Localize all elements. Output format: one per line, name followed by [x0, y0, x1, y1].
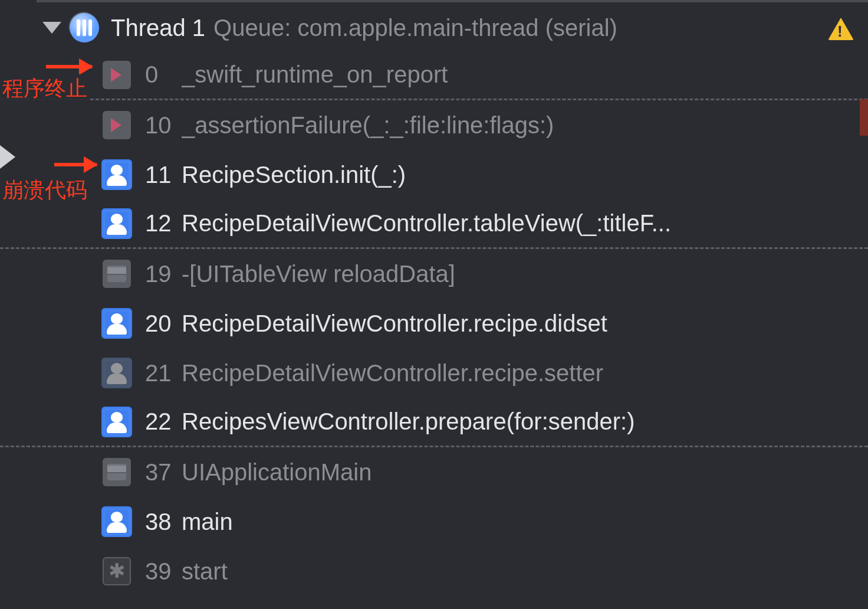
disclosure-triangle-icon[interactable] [42, 22, 61, 34]
frame-label: _assertionFailure(_:_:file:line:flags:) [182, 112, 554, 139]
frame-number: 39 [145, 558, 173, 585]
frame-number: 19 [145, 261, 173, 287]
user-code-icon [101, 506, 132, 537]
frame-label: RecipeDetailViewController.recipe.setter [182, 360, 603, 387]
runtime-icon [103, 111, 131, 139]
frame-label: -[UITableView reloadData] [182, 261, 455, 287]
user-code-icon [101, 159, 132, 190]
separator [37, 0, 868, 2]
frame-number: 20 [145, 310, 173, 337]
framework-icon [103, 458, 131, 486]
arrow-icon [46, 65, 92, 68]
frame-number: 12 [145, 210, 173, 237]
selection-caret-icon [0, 145, 15, 169]
runtime-icon [103, 61, 131, 89]
thread-title: Thread 1 [111, 15, 205, 41]
warning-icon [828, 18, 854, 40]
user-code-icon [101, 308, 132, 339]
annotation-crash-code: 崩溃代码 [0, 176, 90, 205]
frame-label: start [182, 558, 228, 585]
frame-label: _swift_runtime_on_report [182, 61, 448, 88]
thread-queue-label: Queue: com.apple.main-thread (serial) [213, 15, 617, 41]
thread-header[interactable]: Thread 1 Queue: com.apple.main-thread (s… [0, 5, 868, 51]
frame-label: main [182, 509, 233, 535]
frame-label: RecipeDetailViewController.tableView(_:t… [182, 210, 671, 237]
arrow-icon [54, 163, 97, 166]
stack-frame-list: 0 _swift_runtime_on_report 10 _assertion… [0, 51, 868, 596]
stack-frame[interactable]: 38 main [0, 497, 868, 546]
frame-number: 10 [145, 112, 173, 139]
framework-icon [103, 260, 131, 288]
stack-frame[interactable]: 37 UIApplicationMain [0, 447, 868, 497]
debug-navigator: Thread 1 Queue: com.apple.main-thread (s… [0, 0, 868, 609]
user-code-icon [101, 358, 132, 388]
frame-number: 38 [145, 509, 173, 535]
frame-label: UIApplicationMain [182, 459, 371, 486]
thread-icon [70, 13, 99, 42]
stack-frame[interactable]: 22 RecipesViewController.prepare(for:sen… [0, 398, 868, 447]
stack-frame[interactable]: 12 RecipeDetailViewController.tableView(… [0, 199, 868, 249]
stack-frame[interactable]: 0 _swift_runtime_on_report [0, 51, 868, 100]
frame-number: 0 [145, 61, 173, 88]
frame-number: 21 [145, 360, 173, 387]
frame-number: 22 [145, 408, 173, 435]
user-code-icon [101, 407, 132, 437]
annotation-program-terminated: 程序终止 [0, 74, 90, 103]
frame-label: RecipeSection.init(_:) [182, 162, 406, 188]
frame-number: 37 [145, 459, 173, 486]
stack-frame[interactable]: 20 RecipeDetailViewController.recipe.did… [0, 299, 868, 348]
user-code-icon [101, 208, 132, 239]
stack-frame[interactable]: 39 start [0, 546, 868, 596]
gear-icon [103, 557, 131, 585]
stack-frame[interactable]: 19 -[UITableView reloadData] [0, 249, 868, 299]
stack-frame[interactable]: 10 _assertionFailure(_:_:file:line:flags… [0, 100, 868, 150]
frame-number: 11 [145, 162, 173, 188]
stack-frame[interactable]: 21 RecipeDetailViewController.recipe.set… [0, 348, 868, 398]
frame-label: RecipesViewController.prepare(for:sender… [182, 408, 635, 435]
frame-label: RecipeDetailViewController.recipe.didset [182, 310, 607, 337]
error-marker [860, 99, 868, 136]
stack-frame[interactable]: 11 RecipeSection.init(_:) [0, 150, 868, 199]
